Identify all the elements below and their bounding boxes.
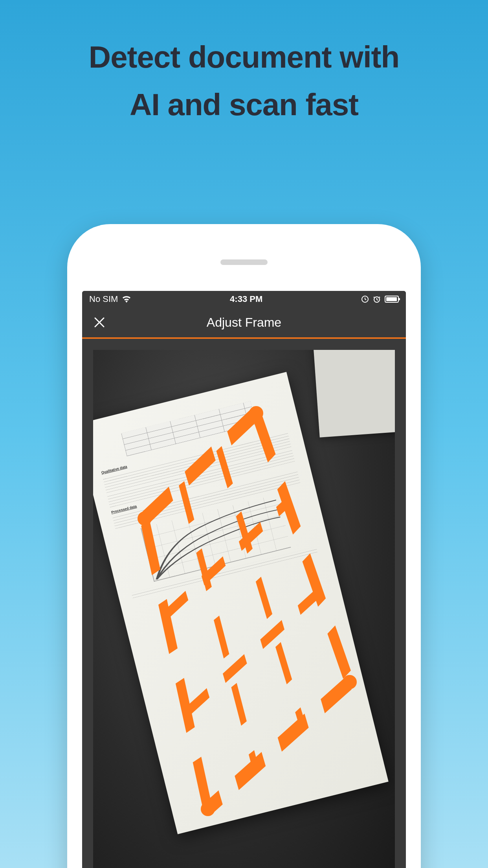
background-paper-stack <box>313 350 395 437</box>
preview-area[interactable]: Qualitative data Processed data <box>82 339 406 868</box>
hero-line-1: Detect document with <box>0 39 488 75</box>
nav-bar: Adjust Frame <box>82 307 406 339</box>
phone-speaker <box>220 259 268 265</box>
hero-text: Detect document with AI and scan fast <box>0 0 488 123</box>
crop-handle-bottom-right[interactable] <box>343 675 357 689</box>
status-time: 4:33 PM <box>230 294 262 304</box>
battery-icon <box>385 296 399 303</box>
alarm-icon <box>373 295 381 303</box>
crop-handle-top-right[interactable] <box>249 406 263 420</box>
close-icon <box>94 316 105 328</box>
wifi-icon <box>122 296 131 303</box>
captured-photo: Qualitative data Processed data <box>93 350 395 868</box>
hero-line-2: AI and scan fast <box>0 87 488 123</box>
rotation-lock-icon <box>361 295 369 303</box>
crop-handle-top-left[interactable] <box>138 511 152 526</box>
crop-handle-bottom-left[interactable] <box>201 802 215 816</box>
phone-frame: No SIM 4:33 PM Ad <box>67 224 421 868</box>
page-title: Adjust Frame <box>82 315 406 330</box>
status-bar: No SIM 4:33 PM <box>82 291 406 307</box>
status-carrier: No SIM <box>89 294 118 304</box>
close-button[interactable] <box>92 314 107 330</box>
app-screen: No SIM 4:33 PM Ad <box>82 291 406 868</box>
detected-document: Qualitative data Processed data <box>93 372 388 834</box>
